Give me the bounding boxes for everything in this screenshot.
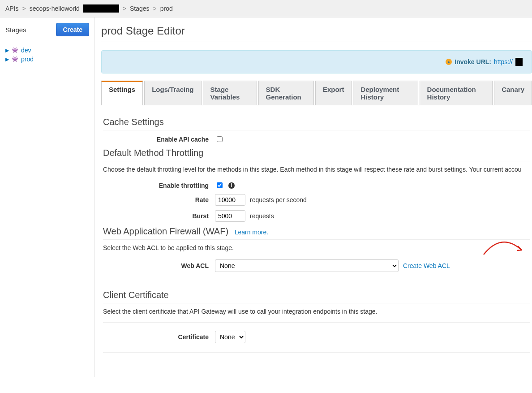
rate-suffix: requests per second	[250, 196, 307, 203]
info-icon[interactable]: i	[228, 182, 235, 189]
client-cert-description: Select the client certificate that API G…	[103, 308, 530, 323]
certificate-select[interactable]: None	[215, 331, 245, 343]
tab-deployment-history[interactable]: Deployment History	[353, 81, 418, 105]
tab-sdk-generation[interactable]: SDK Generation	[258, 81, 314, 105]
invoke-url-alert: ● Invoke URL: https://	[101, 50, 532, 73]
invoke-url-link[interactable]: https://	[494, 58, 513, 65]
caret-right-icon: ▶	[5, 56, 9, 62]
rate-label: Rate	[103, 196, 215, 203]
enable-cache-checkbox[interactable]	[217, 136, 223, 142]
caret-right-icon: ▶	[5, 48, 9, 53]
tab-stage-variables[interactable]: Stage Variables	[203, 81, 257, 105]
rate-input[interactable]	[215, 194, 245, 206]
sidebar-item-label: prod	[21, 56, 34, 63]
section-title-throttling: Default Method Throttling	[103, 148, 530, 161]
section-title-client-cert: Client Certificate	[103, 290, 530, 303]
redacted-block	[83, 4, 119, 13]
sidebar-item-dev[interactable]: ▶ 👾 dev	[5, 46, 89, 55]
certificate-label: Certificate	[103, 333, 215, 341]
expand-icon[interactable]: ●	[446, 59, 452, 65]
create-web-acl-link[interactable]: Create Web ACL	[403, 262, 450, 269]
sidebar-item-label: dev	[21, 47, 31, 54]
sidebar-title: Stages	[5, 26, 26, 34]
redacted-block	[515, 58, 523, 66]
web-acl-label: Web ACL	[103, 262, 215, 269]
sidebar-item-prod[interactable]: ▶ 👾 prod	[5, 55, 89, 64]
invoke-url-label: Invoke URL:	[455, 58, 491, 65]
enable-throttling-checkbox[interactable]	[217, 182, 223, 188]
burst-input[interactable]	[215, 210, 245, 222]
stage-icon: 👾	[12, 56, 18, 62]
tab-export[interactable]: Export	[315, 81, 352, 105]
breadcrumb-item-stages[interactable]: Stages	[130, 5, 150, 12]
web-acl-select[interactable]: None	[215, 259, 399, 272]
breadcrumb-item-api-name[interactable]: secops-helloworld	[30, 5, 80, 12]
tabs: Settings Logs/Tracing Stage Variables SD…	[101, 81, 532, 105]
breadcrumb-item-apis[interactable]: APIs	[5, 5, 19, 12]
tab-logs-tracing[interactable]: Logs/Tracing	[144, 81, 201, 105]
burst-suffix: requests	[250, 212, 274, 220]
stage-icon: 👾	[12, 47, 18, 53]
main-content: prod Stage Editor ● Invoke URL: https://…	[95, 17, 532, 377]
tab-canary[interactable]: Canary	[494, 81, 532, 105]
page-title: prod Stage Editor	[101, 25, 532, 42]
throttling-description: Choose the default throttling level for …	[103, 166, 530, 173]
enable-throttling-label: Enable throttling	[103, 182, 215, 189]
breadcrumb-item-prod[interactable]: prod	[160, 5, 173, 12]
tab-documentation-history[interactable]: Documentation History	[420, 81, 493, 105]
chevron-right-icon: >	[123, 5, 126, 12]
tab-content-settings: Cache Settings Enable API cache Default …	[101, 105, 532, 371]
burst-label: Burst	[103, 212, 215, 220]
section-title-waf: Web Application Firewall (WAF) Learn mor…	[103, 226, 530, 240]
enable-cache-label: Enable API cache	[103, 136, 215, 143]
sidebar: Stages Create ▶ 👾 dev ▶ 👾 prod	[0, 17, 95, 377]
waf-description: Select the Web ACL to be applied to this…	[103, 244, 530, 251]
section-title-cache: Cache Settings	[103, 117, 530, 130]
tab-settings[interactable]: Settings	[101, 81, 143, 105]
create-button[interactable]: Create	[56, 23, 89, 36]
breadcrumb: APIs > secops-helloworld > Stages > prod	[0, 0, 532, 17]
chevron-right-icon: >	[153, 5, 157, 12]
chevron-right-icon: >	[22, 5, 26, 12]
waf-learn-more-link[interactable]: Learn more.	[235, 229, 268, 236]
